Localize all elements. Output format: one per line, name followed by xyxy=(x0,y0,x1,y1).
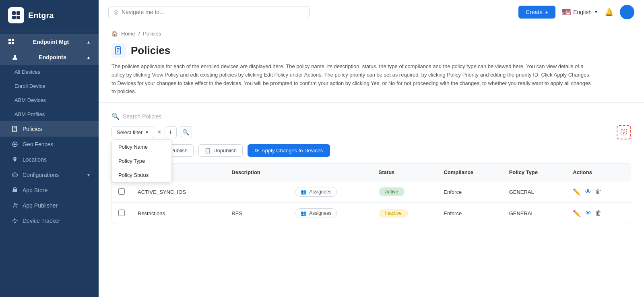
row-2-status-badge: Inactive xyxy=(379,209,408,218)
apply-changes-button[interactable]: ⟳ Apply Changes to Devices xyxy=(248,144,330,157)
col-actions: Actions xyxy=(566,164,631,181)
unpublish-icon: 📋 xyxy=(204,147,211,154)
svg-rect-0 xyxy=(12,11,16,15)
row-2-assignees-badge[interactable]: 👥 Assignees xyxy=(295,208,336,218)
filter-search-icon: 🔍 xyxy=(182,129,189,135)
policies-table-wrapper: Policy Name Description Status Complianc… xyxy=(111,163,631,224)
breadcrumb-home[interactable]: Home xyxy=(121,31,135,37)
policies-icon xyxy=(11,125,19,133)
search-icon: 🔍 xyxy=(111,112,120,120)
sidebar-item-device-tracker[interactable]: Device Tracker xyxy=(0,213,99,228)
create-label: Create xyxy=(526,9,543,15)
svg-rect-1 xyxy=(17,11,20,15)
page-header: Policies The policies applicable for eac… xyxy=(99,40,644,103)
row-2-action-icons: ✏️ 👁 🗑 xyxy=(573,210,624,217)
sidebar-item-endpoints[interactable]: Endpoints ▲ xyxy=(0,50,99,65)
app-store-label: App Store xyxy=(23,187,47,193)
row-2-view-icon[interactable]: 👁 xyxy=(585,210,591,217)
row-1-policy-name: ACTIVE_SYNC_IOS xyxy=(131,181,225,203)
sidebar-item-locations[interactable]: Locations xyxy=(0,152,99,167)
row-2-edit-icon[interactable]: ✏️ xyxy=(573,210,581,217)
endpoints-chevron-icon: ▲ xyxy=(87,55,91,60)
row-1-action-icons: ✏️ 👁 🗑 xyxy=(573,188,624,196)
filter-dropdown-menu: Policy Name Policy Type Policy Status xyxy=(111,139,172,183)
table-row: Restrictions RES 👥 Assignees Inactiv xyxy=(112,203,631,224)
unpublish-button[interactable]: 📋 Unpublish xyxy=(198,144,243,157)
row-2-description: RES xyxy=(225,203,289,224)
svg-rect-3 xyxy=(17,16,20,19)
action-row: 🗑 Remove 📄 Publish 📋 Unpublish ⟳ Apply C… xyxy=(111,144,631,157)
bell-icon: 🔔 xyxy=(605,8,613,16)
device-tracker-label: Device Tracker xyxy=(23,218,60,224)
logo-text: Entgra xyxy=(28,11,54,20)
policies-table: Policy Name Description Status Complianc… xyxy=(112,164,631,224)
config-icon xyxy=(11,171,19,179)
configurations-chevron-icon: ▼ xyxy=(87,173,91,177)
svg-point-17 xyxy=(14,203,16,205)
sidebar-item-all-devices[interactable]: All Devices xyxy=(0,65,99,79)
row-2-status: Inactive xyxy=(372,203,438,224)
assignees-icon: 👥 xyxy=(301,189,307,195)
all-devices-label: All Devices xyxy=(14,69,40,75)
sidebar-item-configurations[interactable]: Configurations ▼ xyxy=(0,167,99,183)
sidebar-item-geo-fences[interactable]: Geo Fences xyxy=(0,137,99,152)
policies-section: 🔍 Select filter ▼ × + � xyxy=(99,103,644,234)
endpoint-mgt-label: Endpoint Mgt xyxy=(33,39,69,45)
nav-search-icon: ◎ xyxy=(114,9,118,15)
row-1-checkbox[interactable] xyxy=(118,188,125,195)
nav-search-input[interactable] xyxy=(122,9,304,15)
sidebar-logo: Entgra xyxy=(0,0,99,31)
row-1-delete-icon[interactable]: 🗑 xyxy=(595,188,602,195)
abm-profiles-label: ABM Profiles xyxy=(14,111,45,117)
sidebar-item-policies[interactable]: Policies xyxy=(0,121,99,137)
sidebar-item-enroll-device[interactable]: Enroll Device xyxy=(0,79,99,93)
filter-clear-button[interactable]: × xyxy=(157,129,161,136)
row-1-assignees-badge[interactable]: 👥 Assignees xyxy=(295,187,336,197)
filter-select[interactable]: Select filter ▼ xyxy=(111,127,154,138)
row-1-edit-icon[interactable]: ✏️ xyxy=(573,188,581,196)
user-avatar-button[interactable]: 👤 xyxy=(620,5,634,19)
search-input[interactable] xyxy=(123,113,631,120)
filter-row: Select filter ▼ × + 🔍 Policy Name xyxy=(111,125,631,139)
row-2-actions: ✏️ 👁 🗑 xyxy=(566,203,631,224)
sidebar-item-app-publisher[interactable]: App Publisher xyxy=(0,198,99,213)
search-bar: 🔍 xyxy=(111,112,631,120)
sidebar-item-abm-devices[interactable]: ABM Devices xyxy=(0,93,99,107)
col-compliance: Compliance xyxy=(437,164,502,181)
filter-select-label: Select filter xyxy=(117,129,142,135)
row-2-checkbox[interactable] xyxy=(118,210,125,216)
row-1-view-icon[interactable]: 👁 xyxy=(585,188,591,195)
export-button[interactable] xyxy=(617,125,631,139)
filter-add-button[interactable]: + xyxy=(165,126,177,138)
enroll-device-label: Enroll Device xyxy=(14,83,45,89)
dropdown-item-policy-type[interactable]: Policy Type xyxy=(112,154,171,168)
dropdown-item-policy-name[interactable]: Policy Name xyxy=(112,140,171,154)
sidebar: Entgra Endpoint Mgt ▲ En xyxy=(0,0,99,297)
geo-icon xyxy=(11,141,19,148)
add-icon: + xyxy=(169,129,172,136)
row-2-policy-type: GENERAL xyxy=(503,203,567,224)
filter-search-button[interactable]: 🔍 xyxy=(180,126,192,138)
assignees-icon-2: 👥 xyxy=(301,210,307,216)
sidebar-item-abm-profiles[interactable]: ABM Profiles xyxy=(0,107,99,121)
breadcrumb-separator: / xyxy=(138,31,140,37)
row-1-actions: ✏️ 👁 🗑 xyxy=(566,181,631,203)
endpoints-icon xyxy=(11,54,19,61)
tracker-icon xyxy=(11,217,19,224)
create-button[interactable]: Create + xyxy=(518,6,555,19)
home-icon: 🏠 xyxy=(111,31,118,37)
sidebar-item-endpoint-mgt[interactable]: Endpoint Mgt ▲ xyxy=(0,34,99,50)
sidebar-item-app-store[interactable]: App Store xyxy=(0,183,99,198)
clear-icon: × xyxy=(157,129,161,135)
unpublish-label: Unpublish xyxy=(213,147,237,154)
language-label: English xyxy=(573,9,592,15)
breadcrumb: 🏠 Home / Policies xyxy=(99,24,644,40)
language-selector[interactable]: 🇺🇸 English ▼ xyxy=(562,8,598,17)
table-header-row: Policy Name Description Status Complianc… xyxy=(112,164,631,181)
dropdown-item-policy-status[interactable]: Policy Status xyxy=(112,168,171,182)
row-2-delete-icon[interactable]: 🗑 xyxy=(595,210,602,217)
chevron-up-icon: ▲ xyxy=(87,40,91,44)
nav-search-wrapper[interactable]: ◎ xyxy=(108,6,310,18)
svg-rect-2 xyxy=(12,16,16,19)
notifications-button[interactable]: 🔔 xyxy=(605,8,613,17)
